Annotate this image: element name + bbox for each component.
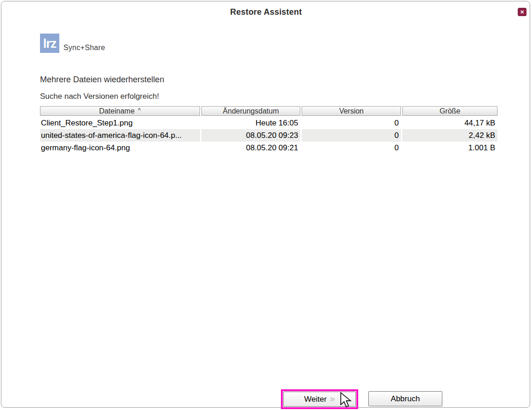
lrz-logo-text: lrz: [43, 37, 57, 51]
column-header-version[interactable]: Version: [302, 106, 401, 116]
table-row[interactable]: germany-flag-icon-64.png 08.05.20 09:21 …: [40, 142, 498, 154]
cell-groesse: 44,17 kB: [402, 117, 498, 129]
column-header-aenderungsdatum[interactable]: Änderungsdatum: [201, 106, 301, 116]
table-header-row: Dateiname ^ Änderungsdatum Version Größe: [40, 106, 498, 116]
cell-aenderungsdatum: 08.05.20 09:21: [201, 142, 301, 154]
close-icon: ✕: [518, 8, 526, 16]
cell-groesse: 1.001 B: [402, 142, 498, 154]
next-button[interactable]: Weiter »: [283, 392, 356, 407]
cell-dateiname: united-states-of-america-flag-icon-64.p.…: [40, 129, 200, 142]
next-button-label: Weiter: [304, 395, 327, 404]
column-header-dateiname[interactable]: Dateiname ^: [40, 106, 200, 116]
cell-dateiname: germany-flag-icon-64.png: [40, 142, 200, 154]
double-chevron-icon: »: [330, 394, 335, 403]
cell-version: 0: [302, 117, 401, 129]
next-button-highlight: Weiter »: [281, 389, 358, 409]
lrz-logo: lrz: [40, 34, 59, 53]
table-row[interactable]: Client_Restore_Step1.png Heute 16:05 0 4…: [40, 117, 498, 129]
cell-aenderungsdatum: Heute 16:05: [201, 117, 301, 129]
cell-dateiname: Client_Restore_Step1.png: [40, 117, 200, 129]
column-label: Dateiname: [99, 107, 134, 115]
status-text: Suche nach Versionen erfolgreich!: [40, 92, 159, 101]
table-body: Client_Restore_Step1.png Heute 16:05 0 4…: [40, 117, 498, 154]
column-label: Version: [339, 107, 364, 115]
product-name: Sync+Share: [63, 44, 105, 52]
cancel-button[interactable]: Abbruch: [368, 391, 442, 406]
sort-asc-icon: ^: [138, 107, 141, 113]
dialog-frame: [1, 1, 530, 408]
table-row[interactable]: united-states-of-america-flag-icon-64.p.…: [40, 129, 498, 142]
cell-groesse: 2,42 kB: [402, 129, 498, 142]
page-title: Mehrere Dateien wiederherstellen: [40, 75, 164, 85]
file-table: Dateiname ^ Änderungsdatum Version Größe…: [40, 106, 498, 154]
cell-version: 0: [302, 142, 401, 154]
column-label: Änderungsdatum: [223, 107, 279, 115]
column-label: Größe: [440, 107, 460, 115]
close-button[interactable]: ✕: [518, 8, 526, 16]
cell-aenderungsdatum: 08.05.20 09:23: [201, 129, 301, 142]
cancel-button-label: Abbruch: [391, 394, 420, 403]
dialog-title: Restore Assistent: [0, 7, 532, 17]
column-header-groesse[interactable]: Größe: [402, 106, 498, 116]
cell-version: 0: [302, 129, 401, 142]
